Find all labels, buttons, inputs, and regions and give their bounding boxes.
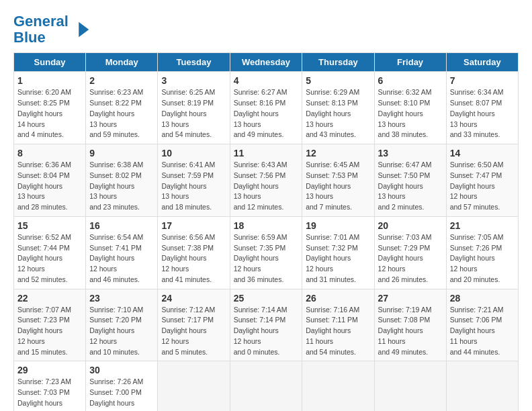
day-number: 14 <box>450 148 515 158</box>
day-number: 20 <box>378 220 443 231</box>
day-number: 15 <box>17 220 82 231</box>
svg-marker-0 <box>79 22 89 38</box>
calendar-week-row: 8 Sunrise: 6:36 AMSunset: 8:04 PMDayligh… <box>14 144 519 217</box>
day-detail: Sunrise: 6:20 AMSunset: 8:25 PMDaylight … <box>17 88 71 138</box>
day-number: 12 <box>306 148 370 158</box>
day-detail: Sunrise: 6:45 AMSunset: 7:53 PMDaylight … <box>306 161 359 211</box>
calendar-week-row: 29 Sunrise: 7:23 AMSunset: 7:03 PMDaylig… <box>14 361 519 411</box>
day-number: 30 <box>89 365 154 375</box>
calendar-cell <box>302 361 374 411</box>
calendar-cell <box>230 361 302 411</box>
day-detail: Sunrise: 6:36 AMSunset: 8:04 PMDaylight … <box>17 161 71 211</box>
day-detail: Sunrise: 7:14 AMSunset: 7:14 PMDaylight … <box>234 306 287 356</box>
calendar-cell: 21 Sunrise: 7:05 AMSunset: 7:26 PMDaylig… <box>446 216 518 289</box>
day-detail: Sunrise: 6:41 AMSunset: 7:59 PMDaylight … <box>161 161 215 211</box>
calendar-cell: 10 Sunrise: 6:41 AMSunset: 7:59 PMDaylig… <box>158 144 230 217</box>
day-number: 24 <box>161 293 226 304</box>
day-detail: Sunrise: 6:34 AMSunset: 8:07 PMDaylight … <box>450 88 504 138</box>
day-number: 19 <box>306 220 370 231</box>
day-detail: Sunrise: 6:38 AMSunset: 8:02 PMDaylight … <box>89 161 143 211</box>
calendar-cell: 24 Sunrise: 7:12 AMSunset: 7:17 PMDaylig… <box>158 289 230 361</box>
day-number: 22 <box>17 293 82 304</box>
calendar-cell: 15 Sunrise: 6:52 AMSunset: 7:44 PMDaylig… <box>14 216 86 289</box>
day-number: 9 <box>89 148 154 158</box>
day-number: 23 <box>89 293 154 304</box>
day-number: 1 <box>17 75 82 86</box>
calendar-cell: 6 Sunrise: 6:32 AMSunset: 8:10 PMDayligh… <box>374 72 446 144</box>
calendar-cell: 2 Sunrise: 6:23 AMSunset: 8:22 PMDayligh… <box>86 72 158 144</box>
day-detail: Sunrise: 7:05 AMSunset: 7:26 PMDaylight … <box>450 233 504 283</box>
col-monday: Monday <box>86 53 158 72</box>
day-number: 25 <box>234 293 299 304</box>
logo-icon <box>71 19 91 40</box>
day-detail: Sunrise: 6:23 AMSunset: 8:22 PMDaylight … <box>89 88 143 138</box>
calendar-cell: 20 Sunrise: 7:03 AMSunset: 7:29 PMDaylig… <box>374 216 446 289</box>
day-detail: Sunrise: 6:43 AMSunset: 7:56 PMDaylight … <box>234 161 287 211</box>
day-number: 29 <box>17 365 82 375</box>
calendar-cell <box>374 361 446 411</box>
calendar-cell: 17 Sunrise: 6:56 AMSunset: 7:38 PMDaylig… <box>158 216 230 289</box>
day-detail: Sunrise: 6:32 AMSunset: 8:10 PMDaylight … <box>378 88 432 138</box>
calendar-cell <box>158 361 230 411</box>
day-number: 10 <box>161 148 226 158</box>
calendar-cell: 19 Sunrise: 7:01 AMSunset: 7:32 PMDaylig… <box>302 216 374 289</box>
calendar-cell: 3 Sunrise: 6:25 AMSunset: 8:19 PMDayligh… <box>158 72 230 144</box>
calendar-cell: 25 Sunrise: 7:14 AMSunset: 7:14 PMDaylig… <box>230 289 302 361</box>
calendar-week-row: 1 Sunrise: 6:20 AMSunset: 8:25 PMDayligh… <box>14 72 519 144</box>
calendar-cell: 9 Sunrise: 6:38 AMSunset: 8:02 PMDayligh… <box>86 144 158 217</box>
calendar-cell: 28 Sunrise: 7:21 AMSunset: 7:06 PMDaylig… <box>446 289 518 361</box>
day-detail: Sunrise: 7:03 AMSunset: 7:29 PMDaylight … <box>378 233 432 283</box>
logo-text: GeneralBlue <box>13 13 69 46</box>
calendar-cell: 22 Sunrise: 7:07 AMSunset: 7:23 PMDaylig… <box>14 289 86 361</box>
day-detail: Sunrise: 7:23 AMSunset: 7:03 PMDaylight … <box>17 377 71 411</box>
calendar-cell: 26 Sunrise: 7:16 AMSunset: 7:11 PMDaylig… <box>302 289 374 361</box>
calendar-cell: 7 Sunrise: 6:34 AMSunset: 8:07 PMDayligh… <box>446 72 518 144</box>
day-detail: Sunrise: 7:19 AMSunset: 7:08 PMDaylight … <box>378 306 432 356</box>
day-detail: Sunrise: 6:47 AMSunset: 7:50 PMDaylight … <box>378 161 432 211</box>
day-detail: Sunrise: 7:26 AMSunset: 7:00 PMDaylight … <box>89 377 143 411</box>
day-number: 4 <box>234 75 299 86</box>
calendar-cell: 16 Sunrise: 6:54 AMSunset: 7:41 PMDaylig… <box>86 216 158 289</box>
calendar-table: Sunday Monday Tuesday Wednesday Thursday… <box>13 52 519 411</box>
day-detail: Sunrise: 6:25 AMSunset: 8:19 PMDaylight … <box>161 88 215 138</box>
day-number: 18 <box>234 220 299 231</box>
calendar-cell: 23 Sunrise: 7:10 AMSunset: 7:20 PMDaylig… <box>86 289 158 361</box>
calendar-cell: 11 Sunrise: 6:43 AMSunset: 7:56 PMDaylig… <box>230 144 302 217</box>
day-number: 26 <box>306 293 370 304</box>
day-number: 21 <box>450 220 515 231</box>
day-detail: Sunrise: 7:16 AMSunset: 7:11 PMDaylight … <box>306 306 359 356</box>
calendar-cell <box>446 361 518 411</box>
calendar-cell: 8 Sunrise: 6:36 AMSunset: 8:04 PMDayligh… <box>14 144 86 217</box>
calendar-cell: 29 Sunrise: 7:23 AMSunset: 7:03 PMDaylig… <box>14 361 86 411</box>
calendar-cell: 1 Sunrise: 6:20 AMSunset: 8:25 PMDayligh… <box>14 72 86 144</box>
col-saturday: Saturday <box>446 53 518 72</box>
day-detail: Sunrise: 6:56 AMSunset: 7:38 PMDaylight … <box>161 233 215 283</box>
col-tuesday: Tuesday <box>158 53 230 72</box>
day-detail: Sunrise: 7:07 AMSunset: 7:23 PMDaylight … <box>17 306 71 356</box>
col-thursday: Thursday <box>302 53 374 72</box>
calendar-cell: 27 Sunrise: 7:19 AMSunset: 7:08 PMDaylig… <box>374 289 446 361</box>
day-number: 11 <box>234 148 299 158</box>
page-header: GeneralBlue <box>13 13 519 46</box>
day-number: 16 <box>89 220 154 231</box>
day-detail: Sunrise: 6:29 AMSunset: 8:13 PMDaylight … <box>306 88 359 138</box>
calendar-week-row: 22 Sunrise: 7:07 AMSunset: 7:23 PMDaylig… <box>14 289 519 361</box>
logo: GeneralBlue <box>13 13 91 46</box>
day-number: 2 <box>89 75 154 86</box>
day-number: 28 <box>450 293 515 304</box>
day-detail: Sunrise: 7:10 AMSunset: 7:20 PMDaylight … <box>89 306 143 356</box>
day-number: 3 <box>161 75 226 86</box>
day-number: 7 <box>450 75 515 86</box>
day-detail: Sunrise: 6:52 AMSunset: 7:44 PMDaylight … <box>17 233 71 283</box>
calendar-cell: 30 Sunrise: 7:26 AMSunset: 7:00 PMDaylig… <box>86 361 158 411</box>
calendar-cell: 12 Sunrise: 6:45 AMSunset: 7:53 PMDaylig… <box>302 144 374 217</box>
day-detail: Sunrise: 7:01 AMSunset: 7:32 PMDaylight … <box>306 233 359 283</box>
day-number: 13 <box>378 148 443 158</box>
col-sunday: Sunday <box>14 53 86 72</box>
calendar-cell: 14 Sunrise: 6:50 AMSunset: 7:47 PMDaylig… <box>446 144 518 217</box>
day-number: 5 <box>306 75 370 86</box>
day-number: 17 <box>161 220 226 231</box>
day-detail: Sunrise: 6:50 AMSunset: 7:47 PMDaylight … <box>450 161 504 211</box>
day-detail: Sunrise: 7:12 AMSunset: 7:17 PMDaylight … <box>161 306 215 356</box>
calendar-header-row: Sunday Monday Tuesday Wednesday Thursday… <box>14 53 519 72</box>
